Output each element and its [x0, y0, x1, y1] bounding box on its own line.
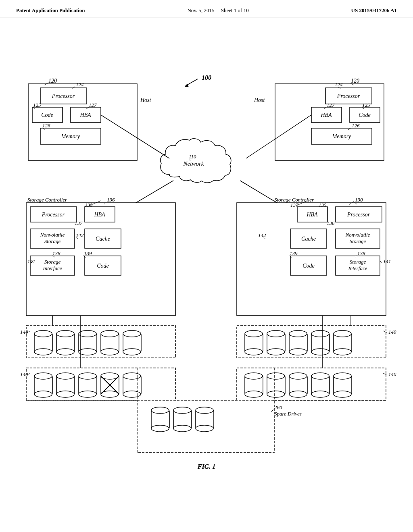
svg-text:139: 139: [290, 250, 298, 256]
svg-point-181: [311, 373, 329, 379]
main-diagram-svg: .italic { font-style: italic; font-famil…: [0, 21, 413, 513]
svg-text:124: 124: [335, 81, 343, 87]
svg-point-197: [151, 425, 169, 432]
svg-text:135: 135: [319, 202, 327, 208]
svg-text:Code: Code: [97, 263, 109, 269]
svg-text:137: 137: [290, 202, 298, 208]
svg-point-123: [79, 349, 96, 355]
svg-point-179: [289, 391, 307, 397]
svg-point-172: [245, 373, 263, 379]
svg-text:Storage Controller: Storage Controller: [27, 197, 67, 203]
svg-point-158: [79, 373, 96, 379]
svg-text:Memory: Memory: [61, 133, 80, 139]
svg-text:141: 141: [27, 258, 35, 264]
svg-text:HBA: HBA: [79, 112, 91, 118]
svg-text:136: 136: [327, 220, 335, 226]
svg-text:Storage: Storage: [350, 259, 366, 265]
svg-text:HBA: HBA: [94, 212, 105, 218]
svg-point-146: [334, 330, 351, 337]
svg-point-140: [289, 330, 307, 337]
svg-point-175: [267, 373, 285, 379]
svg-text:127: 127: [89, 102, 97, 108]
svg-text:140: 140: [388, 329, 396, 335]
svg-point-120: [56, 349, 74, 355]
header-sheet: Sheet 1 of 10: [221, 7, 249, 13]
svg-text:260: 260: [274, 404, 282, 410]
header-date: Nov. 5, 2015: [187, 7, 214, 13]
svg-text:125: 125: [33, 102, 41, 108]
svg-text:140: 140: [20, 371, 28, 377]
svg-point-196: [151, 407, 169, 414]
svg-text:Nonvolatile: Nonvolatile: [345, 232, 370, 238]
svg-text:140: 140: [20, 329, 28, 335]
header-right: US 2015/0317206 A1: [351, 7, 397, 14]
svg-text:141: 141: [383, 258, 391, 264]
svg-text:Host: Host: [140, 97, 152, 103]
svg-text:120: 120: [48, 78, 57, 84]
svg-text:110: 110: [189, 154, 196, 160]
svg-point-135: [245, 349, 263, 355]
svg-text:HBA: HBA: [306, 212, 318, 218]
svg-text:142: 142: [258, 232, 266, 238]
svg-text:125: 125: [362, 102, 370, 108]
svg-text:Interface: Interface: [348, 265, 367, 271]
svg-text:Processor: Processor: [42, 212, 65, 218]
svg-point-125: [101, 330, 119, 337]
page-header: Patent Application Publication Nov. 5, 2…: [0, 0, 413, 17]
svg-point-147: [334, 349, 351, 355]
svg-text:139: 139: [84, 250, 92, 256]
svg-text:126: 126: [42, 123, 50, 129]
svg-point-185: [334, 391, 351, 397]
svg-text:Storage: Storage: [44, 259, 61, 265]
svg-text:140: 140: [388, 371, 396, 377]
svg-point-200: [173, 425, 191, 432]
svg-point-144: [311, 349, 329, 355]
svg-text:136: 136: [107, 197, 115, 203]
svg-point-167: [123, 391, 141, 397]
svg-text:130: 130: [355, 197, 363, 203]
svg-point-176: [267, 391, 285, 397]
svg-text:FIG. 1: FIG. 1: [197, 463, 215, 470]
svg-text:142: 142: [76, 232, 84, 238]
svg-text:126: 126: [352, 123, 360, 129]
svg-point-116: [34, 330, 52, 337]
svg-point-128: [123, 330, 141, 337]
svg-text:Network: Network: [183, 160, 204, 167]
svg-point-182: [311, 391, 329, 397]
svg-text:120: 120: [351, 78, 359, 84]
svg-point-156: [56, 391, 74, 397]
svg-point-122: [79, 330, 96, 337]
svg-text:Code: Code: [41, 112, 53, 118]
svg-text:124: 124: [76, 81, 84, 87]
svg-text:138: 138: [357, 250, 365, 256]
svg-text:Cache: Cache: [96, 236, 110, 242]
svg-point-137: [267, 330, 285, 337]
svg-point-126: [101, 349, 119, 355]
svg-point-119: [56, 330, 74, 337]
diagram-area: .italic { font-style: italic; font-famil…: [0, 21, 413, 513]
svg-text:Processor: Processor: [52, 93, 75, 99]
svg-text:Code: Code: [302, 263, 315, 269]
svg-text:Interface: Interface: [43, 265, 62, 271]
svg-point-153: [34, 391, 52, 397]
svg-point-143: [311, 330, 329, 337]
svg-text:138: 138: [52, 250, 60, 256]
svg-point-138: [267, 349, 285, 355]
svg-text:Processor: Processor: [347, 212, 370, 218]
svg-text:Host: Host: [254, 97, 265, 103]
header-left: Patent Application Publication: [16, 7, 85, 14]
svg-text:HBA: HBA: [320, 112, 332, 118]
svg-point-129: [123, 349, 141, 355]
svg-point-155: [56, 373, 74, 379]
svg-text:Code: Code: [359, 112, 371, 118]
svg-text:Processor: Processor: [337, 93, 360, 99]
svg-point-199: [173, 407, 191, 414]
svg-text:137: 137: [75, 220, 83, 226]
svg-text:Spare Drives: Spare Drives: [274, 411, 302, 417]
svg-text:Storage: Storage: [44, 238, 61, 244]
svg-point-152: [34, 373, 52, 379]
svg-point-173: [245, 391, 263, 397]
svg-point-159: [79, 391, 96, 397]
svg-point-203: [196, 425, 213, 432]
svg-text:Storage: Storage: [350, 238, 366, 244]
